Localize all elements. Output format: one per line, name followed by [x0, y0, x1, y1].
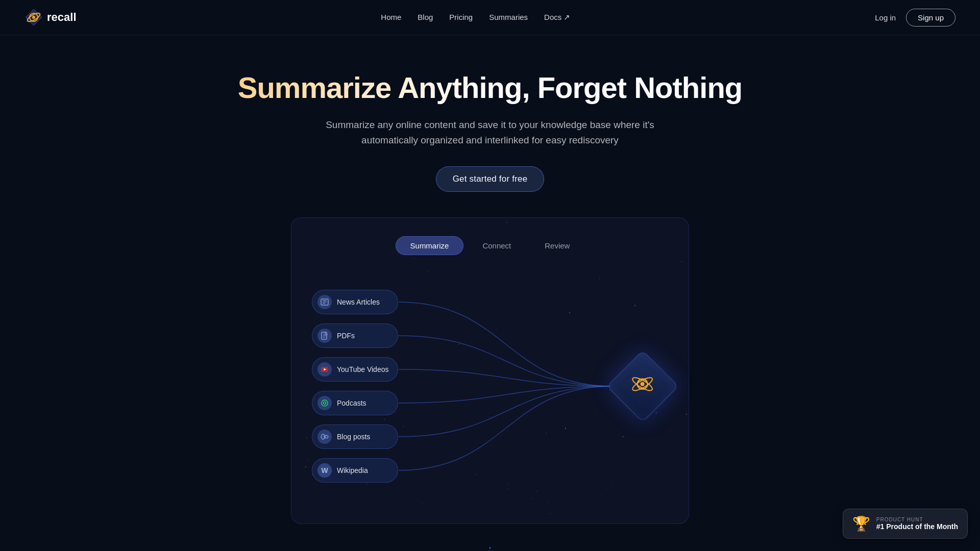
node-wikipedia: W Wikipedia — [312, 458, 398, 483]
pdf-icon — [317, 329, 332, 343]
nav-actions: Log in Sign up — [875, 9, 955, 27]
tab-summarize[interactable]: Summarize — [396, 236, 464, 255]
node-pdfs: PDFs — [312, 323, 398, 348]
tab-connect[interactable]: Connect — [468, 236, 526, 255]
node-blog-posts: Blog posts — [312, 424, 398, 449]
tabs-row: Summarize Connect Review — [312, 236, 668, 255]
svg-point-3 — [32, 16, 35, 19]
orb-logo — [630, 371, 655, 402]
trophy-icon: 🏆 — [852, 515, 870, 532]
svg-point-17 — [324, 436, 326, 438]
blog-icon — [317, 430, 332, 444]
podcast-icon — [317, 396, 332, 410]
ph-text: PRODUCT HUNT #1 Product of the Month — [876, 517, 958, 531]
node-blog-label: Blog posts — [337, 433, 370, 441]
node-news-articles: News Articles — [312, 290, 398, 314]
tab-review[interactable]: Review — [530, 236, 584, 255]
central-orb — [617, 361, 668, 412]
node-news-label: News Articles — [337, 298, 380, 306]
node-podcast-label: Podcasts — [337, 399, 366, 407]
nav-docs[interactable]: Docs ↗ — [544, 13, 570, 22]
product-hunt-badge[interactable]: 🏆 PRODUCT HUNT #1 Product of the Month — [843, 509, 968, 539]
node-youtube-videos: YouTube Videos — [312, 357, 398, 382]
connection-lines — [399, 280, 617, 493]
news-icon — [317, 295, 332, 309]
youtube-icon — [317, 362, 332, 377]
nav-links: Home Blog Pricing Summaries Docs ↗ — [381, 13, 570, 22]
svg-point-16 — [324, 403, 325, 404]
node-pdf-label: PDFs — [337, 332, 355, 340]
navbar: recall Home Blog Pricing Summaries Docs … — [0, 0, 980, 35]
scroll-arrow — [0, 524, 980, 551]
diagram: News Articles PDFs — [312, 280, 668, 493]
node-wiki-label: Wikipedia — [337, 466, 368, 474]
ph-title: #1 Product of the Month — [876, 522, 958, 531]
node-podcasts: Podcasts — [312, 391, 398, 415]
logo-link[interactable]: recall — [24, 8, 77, 27]
signup-button[interactable]: Sign up — [906, 9, 955, 27]
nav-blog[interactable]: Blog — [418, 13, 433, 21]
nav-pricing[interactable]: Pricing — [449, 13, 473, 21]
hero-section: Summarize Anything, Forget Nothing Summa… — [0, 35, 980, 524]
ph-label: PRODUCT HUNT — [876, 517, 958, 522]
node-youtube-label: YouTube Videos — [337, 365, 388, 373]
hero-subtitle: Summarize any online content and save it… — [316, 117, 664, 148]
nav-home[interactable]: Home — [381, 13, 401, 21]
orb-diamond — [606, 350, 678, 422]
svg-point-21 — [641, 382, 645, 386]
logo-text: recall — [47, 11, 77, 24]
nav-summaries[interactable]: Summaries — [489, 13, 528, 21]
wikipedia-icon: W — [317, 463, 332, 478]
source-nodes: News Articles PDFs — [312, 290, 398, 483]
hero-title: Summarize Anything, Forget Nothing — [10, 71, 970, 105]
login-link[interactable]: Log in — [875, 13, 896, 22]
cta-button[interactable]: Get started for free — [436, 166, 545, 192]
demo-container: Summarize Connect Review News — [291, 217, 689, 524]
logo-icon — [24, 8, 43, 27]
